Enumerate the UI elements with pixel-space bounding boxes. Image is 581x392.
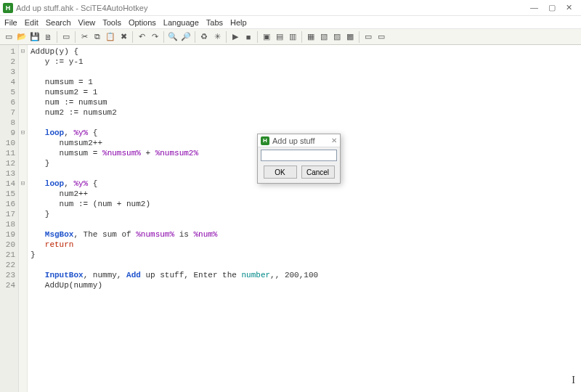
run-icon[interactable]: ▶ bbox=[229, 31, 241, 43]
menu-tabs[interactable]: Tabs bbox=[206, 18, 223, 27]
code-line[interactable] bbox=[31, 260, 581, 270]
fold-marker[interactable] bbox=[19, 270, 27, 280]
line-number: 18 bbox=[0, 219, 15, 229]
fold-marker[interactable] bbox=[19, 148, 27, 158]
code-token: %numsum% bbox=[102, 149, 141, 158]
panel3-icon[interactable]: ▨ bbox=[331, 31, 343, 43]
fold-marker[interactable] bbox=[19, 57, 27, 67]
code-token: ,, 200,100 bbox=[270, 271, 318, 279]
menu-options[interactable]: Options bbox=[129, 18, 156, 27]
window1-icon[interactable]: ▣ bbox=[261, 31, 272, 43]
panel2-icon[interactable]: ▧ bbox=[318, 31, 330, 43]
fold-marker[interactable] bbox=[19, 209, 27, 219]
code-line[interactable]: num2 := numsum2 bbox=[31, 107, 581, 118]
copy-icon[interactable]: ⧉ bbox=[92, 31, 103, 43]
code-line[interactable]: num2++ bbox=[31, 189, 581, 199]
menu-view[interactable]: View bbox=[78, 18, 96, 27]
fold-marker[interactable] bbox=[19, 229, 27, 240]
print-icon[interactable]: ▭ bbox=[60, 31, 72, 43]
saveall-icon[interactable]: 🗎 bbox=[42, 31, 54, 43]
paste-icon[interactable]: 📋 bbox=[105, 31, 116, 43]
maximize-button[interactable]: ▢ bbox=[548, 3, 556, 12]
code-token bbox=[31, 230, 45, 239]
menu-edit[interactable]: Edit bbox=[25, 18, 38, 27]
code-token: AddUp(nummy) bbox=[31, 281, 102, 290]
code-area[interactable]: AddUp(y) { y := y-1 numsum = 1 numsum2 =… bbox=[28, 45, 581, 392]
menu-search[interactable]: Search bbox=[46, 18, 71, 27]
code-token: num2 := numsum2 bbox=[31, 108, 117, 117]
line-number: 4 bbox=[0, 77, 15, 87]
cut-icon[interactable]: ✂ bbox=[78, 31, 90, 43]
code-line[interactable]: AddUp(nummy) bbox=[31, 280, 581, 290]
replace-icon[interactable]: 🔎 bbox=[180, 31, 192, 43]
ok-button[interactable]: OK bbox=[264, 166, 297, 179]
fold-marker[interactable]: ⊟ bbox=[19, 128, 27, 138]
fold-marker[interactable] bbox=[19, 168, 27, 179]
extra2-icon[interactable]: ▭ bbox=[375, 31, 387, 43]
code-line[interactable]: numsum2 = 1 bbox=[31, 87, 581, 97]
code-line[interactable]: } bbox=[31, 209, 581, 219]
extra1-icon[interactable]: ▭ bbox=[362, 31, 374, 43]
menu-language[interactable]: Language bbox=[163, 18, 199, 27]
fold-marker[interactable] bbox=[19, 67, 27, 77]
fold-marker[interactable] bbox=[19, 77, 27, 87]
undo-icon[interactable]: ↶ bbox=[136, 31, 147, 43]
line-number: 11 bbox=[0, 148, 15, 158]
line-number: 19 bbox=[0, 229, 15, 240]
fold-marker[interactable]: ⊟ bbox=[19, 46, 27, 57]
fold-marker[interactable] bbox=[19, 107, 27, 118]
fold-marker[interactable] bbox=[19, 219, 27, 229]
dialog-input[interactable] bbox=[261, 150, 337, 161]
fold-marker[interactable] bbox=[19, 158, 27, 168]
fold-marker[interactable] bbox=[19, 240, 27, 250]
code-line[interactable]: numsum = 1 bbox=[31, 77, 581, 87]
panel1-icon[interactable]: ▦ bbox=[305, 31, 317, 43]
line-number: 9 bbox=[0, 128, 15, 138]
code-token: %numsum% bbox=[136, 230, 174, 239]
minimize-button[interactable]: — bbox=[530, 3, 538, 12]
code-line[interactable]: y := y-1 bbox=[31, 57, 581, 67]
fold-marker[interactable] bbox=[19, 250, 27, 260]
fold-marker[interactable] bbox=[19, 199, 27, 209]
toggle-icon[interactable]: ✳ bbox=[211, 31, 223, 43]
code-line[interactable]: num := (num + num2) bbox=[31, 199, 581, 209]
fold-marker[interactable] bbox=[19, 87, 27, 97]
open-icon[interactable]: 📂 bbox=[16, 31, 28, 43]
fold-marker[interactable] bbox=[19, 118, 27, 128]
cancel-button[interactable]: Cancel bbox=[301, 166, 335, 179]
refresh-icon[interactable]: ♻ bbox=[198, 31, 210, 43]
new-icon[interactable]: ▭ bbox=[3, 31, 15, 43]
delete-icon[interactable]: ✖ bbox=[118, 31, 129, 43]
code-line[interactable] bbox=[31, 67, 581, 77]
fold-marker[interactable] bbox=[19, 280, 27, 290]
code-line[interactable] bbox=[31, 118, 581, 128]
redo-icon[interactable]: ↷ bbox=[149, 31, 161, 43]
close-button[interactable]: ✕ bbox=[566, 3, 572, 12]
code-line[interactable]: AddUp(y) { bbox=[31, 46, 581, 57]
fold-column[interactable]: ⊟⊟⊟ bbox=[19, 45, 28, 392]
window3-icon[interactable]: ▥ bbox=[287, 31, 298, 43]
code-editor[interactable]: 123456789101112131415161718192021222324 … bbox=[0, 45, 581, 392]
code-line[interactable]: MsgBox, The sum of %numsum% is %num% bbox=[31, 229, 581, 240]
code-token: number bbox=[241, 271, 270, 279]
stop-icon[interactable]: ■ bbox=[243, 31, 254, 43]
code-line[interactable]: return bbox=[31, 240, 581, 250]
code-line[interactable]: num := numsum bbox=[31, 97, 581, 107]
fold-marker[interactable] bbox=[19, 138, 27, 148]
panel4-icon[interactable]: ▩ bbox=[344, 31, 356, 43]
code-line[interactable]: InputBox, nummy, Add up stuff, Enter the… bbox=[31, 270, 581, 280]
fold-marker[interactable] bbox=[19, 97, 27, 107]
menu-help[interactable]: Help bbox=[230, 18, 247, 27]
dialog-close-icon[interactable]: ✕ bbox=[331, 136, 337, 144]
code-line[interactable] bbox=[31, 219, 581, 229]
window2-icon[interactable]: ▤ bbox=[274, 31, 285, 43]
save-icon[interactable]: 💾 bbox=[29, 31, 41, 43]
menu-tools[interactable]: Tools bbox=[102, 18, 121, 27]
fold-marker[interactable]: ⊟ bbox=[19, 179, 27, 189]
menu-file[interactable]: File bbox=[4, 18, 17, 27]
fold-marker[interactable] bbox=[19, 260, 27, 270]
fold-marker[interactable] bbox=[19, 189, 27, 199]
code-line[interactable]: } bbox=[31, 250, 581, 260]
find-icon[interactable]: 🔍 bbox=[167, 31, 179, 43]
code-token: %y% bbox=[73, 179, 88, 188]
